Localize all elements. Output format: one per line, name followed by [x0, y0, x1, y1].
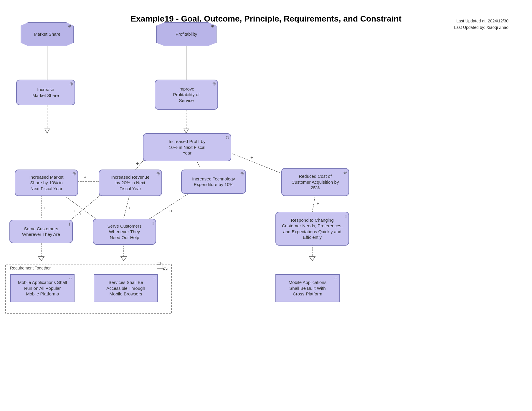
- svg-marker-35: [121, 257, 127, 261]
- mobile-apps-icon: ▱: [69, 276, 72, 281]
- svg-text:+: +: [136, 161, 139, 166]
- mobile-apps-cross-icon: ▱: [334, 276, 337, 281]
- profitability-goal-label: Profitability: [176, 31, 197, 37]
- serve-customers-wherever-icon: !: [69, 221, 70, 227]
- serve-customers-wherever[interactable]: Serve CustomersWherever They Are !: [9, 220, 73, 243]
- profitability-goal-icon: ⊕: [211, 24, 214, 29]
- arrows-svg: + - + + + + + ++ ++: [0, 0, 532, 411]
- diagram-container: Example19 - Goal, Outcome, Principle, Re…: [0, 0, 532, 411]
- updated-by: Last Updated by: Xiaoqi Zhao: [454, 24, 508, 31]
- page-title: Example19 - Goal, Outcome, Principle, Re…: [0, 5, 532, 27]
- increased-profit-icon: ◎: [226, 135, 229, 140]
- increase-market-share[interactable]: IncreaseMarket Share ◎: [16, 80, 75, 105]
- services-accessible-icon: ▱: [153, 276, 156, 281]
- meta-info: Last Updated at: 2024/12/30 Last Updated…: [454, 18, 508, 31]
- increase-market-share-icon: ◎: [70, 81, 73, 86]
- svg-line-36: [312, 195, 315, 212]
- group-label: Requirement Together: [9, 266, 52, 270]
- market-share-goal-icon: ⊕: [68, 24, 71, 29]
- increased-tech-expenditure-icon: ◎: [240, 171, 244, 176]
- reduced-cost[interactable]: Reduced Cost ofCustomer Acquisition by25…: [281, 168, 349, 196]
- increased-tech-expenditure-label: Increased TechnologyExpenditure by 10%: [192, 176, 235, 188]
- svg-line-27: [124, 195, 130, 218]
- increased-profit-label: Increased Profit by10% in Next FiscalYea…: [168, 139, 205, 156]
- svg-text:+: +: [317, 201, 319, 206]
- mobile-apps-cross[interactable]: Mobile ApplicationsShall Be Built WithCr…: [275, 274, 340, 302]
- folder-icon: 🗂: [163, 266, 168, 272]
- increased-profit[interactable]: Increased Profit by10% in Next FiscalYea…: [143, 133, 231, 161]
- serve-customers-whenever-icon: !: [152, 221, 154, 226]
- reduced-cost-icon: ◎: [343, 170, 347, 175]
- services-accessible-label: Services Shall BeAccessible ThroughMobil…: [106, 280, 145, 297]
- increased-market-share-outcome[interactable]: Increased MarketShare by 10% inNext Fisc…: [15, 170, 78, 196]
- services-accessible[interactable]: Services Shall BeAccessible ThroughMobil…: [94, 274, 158, 302]
- serve-customers-wherever-label: Serve CustomersWherever They Are: [22, 226, 60, 237]
- improve-profitability-label: ImproveProfitability ofService: [173, 86, 199, 103]
- respond-changing-label: Respond to ChangingCustomer Needs, Prefe…: [282, 217, 343, 240]
- increased-revenue-icon: ◎: [156, 171, 160, 176]
- market-share-goal[interactable]: Market Share ⊕: [21, 22, 74, 46]
- mobile-apps-label: Mobile Applications ShallRun on All Popu…: [18, 280, 67, 297]
- svg-marker-7: [184, 129, 189, 133]
- increased-tech-expenditure[interactable]: Increased TechnologyExpenditure by 10% ◎: [181, 170, 246, 194]
- increased-revenue-label: Increased Revenueby 20% in NextFiscal Ye…: [111, 174, 149, 192]
- svg-text:+: +: [80, 211, 82, 216]
- svg-text:+: +: [44, 206, 46, 210]
- respond-changing-icon: !: [345, 213, 347, 219]
- svg-text:++: ++: [168, 208, 173, 213]
- improve-profitability[interactable]: ImproveProfitability ofService ◎: [155, 80, 218, 110]
- increased-market-share-outcome-icon: ◎: [72, 171, 76, 176]
- svg-text:+: +: [74, 208, 76, 213]
- updated-at: Last Updated at: 2024/12/30: [454, 18, 508, 24]
- svg-marker-40: [309, 257, 315, 261]
- market-share-goal-label: Market Share: [34, 31, 60, 37]
- svg-marker-5: [45, 129, 49, 133]
- increased-revenue[interactable]: Increased Revenueby 20% in NextFiscal Ye…: [99, 170, 162, 196]
- profitability-goal[interactable]: Profitability ⊕: [156, 22, 217, 46]
- improve-profitability-icon: ◎: [212, 81, 216, 86]
- serve-customers-whenever[interactable]: Serve CustomersWhenever TheyNeed Our Hel…: [93, 219, 156, 245]
- svg-text:++: ++: [128, 206, 133, 210]
- svg-marker-33: [38, 257, 44, 261]
- svg-text:+: +: [84, 175, 86, 180]
- respond-changing[interactable]: Respond to ChangingCustomer Needs, Prefe…: [275, 212, 349, 246]
- mobile-apps[interactable]: Mobile Applications ShallRun on All Popu…: [10, 274, 75, 302]
- serve-customers-whenever-label: Serve CustomersWhenever TheyNeed Our Hel…: [108, 223, 142, 241]
- increase-market-share-label: IncreaseMarket Share: [32, 87, 59, 98]
- mobile-apps-cross-label: Mobile ApplicationsShall Be Built WithCr…: [289, 280, 326, 297]
- reduced-cost-label: Reduced Cost ofCustomer Acquisition by25…: [292, 173, 339, 191]
- increased-market-share-outcome-label: Increased MarketShare by 10% inNext Fisc…: [29, 174, 64, 192]
- svg-text:+: +: [250, 155, 253, 160]
